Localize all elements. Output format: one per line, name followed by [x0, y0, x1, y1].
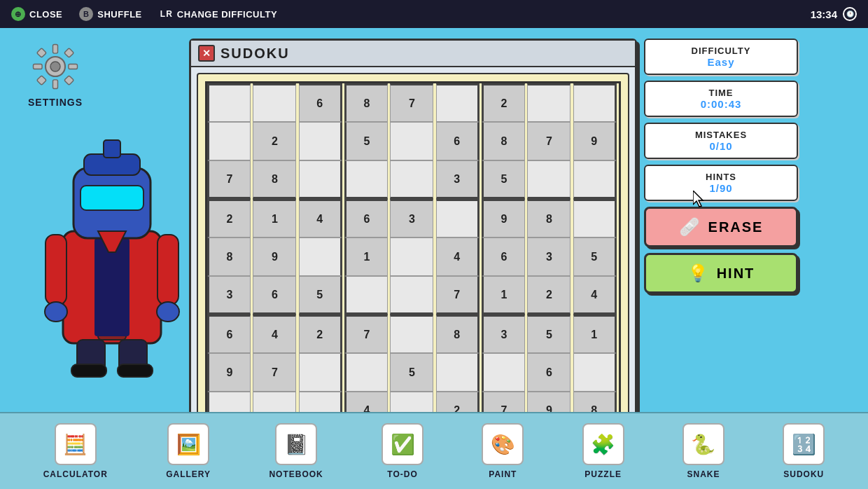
sudoku-cell[interactable]: 3	[207, 276, 251, 315]
sudoku-cell[interactable]	[390, 122, 433, 160]
sudoku-cell[interactable]: 5	[299, 276, 342, 315]
sudoku-cell[interactable]: 3	[527, 237, 570, 276]
sudoku-cell[interactable]: 8	[527, 199, 570, 237]
sudoku-cell[interactable]: 5	[482, 160, 525, 199]
taskbar-item-calculator[interactable]: 🧮CALCULATOR	[43, 423, 108, 479]
sudoku-cell[interactable]: 2	[253, 122, 296, 160]
sudoku-cell[interactable]	[573, 353, 617, 392]
lr-icon: L R	[159, 7, 173, 21]
sudoku-cell[interactable]: 7	[527, 122, 570, 160]
sudoku-cell[interactable]: 4	[299, 199, 342, 237]
sudoku-cell[interactable]: 4	[436, 237, 479, 276]
sudoku-cell[interactable]	[207, 83, 251, 122]
sudoku-cell[interactable]: 1	[573, 315, 617, 353]
sudoku-cell[interactable]	[527, 160, 570, 199]
taskbar-item-todo[interactable]: ✅TO-DO	[382, 423, 424, 479]
sudoku-cell[interactable]	[482, 353, 525, 392]
window-close-button[interactable]: ✕	[198, 45, 215, 62]
sudoku-cell[interactable]: 6	[344, 199, 388, 237]
todo-label: TO-DO	[387, 469, 417, 479]
sudoku-cell[interactable]	[390, 315, 433, 353]
sudoku-cell[interactable]: 9	[482, 199, 525, 237]
sudoku-cell[interactable]	[253, 83, 296, 122]
shuffle-button[interactable]: B SHUFFLE	[79, 7, 141, 21]
sudoku-cell[interactable]	[390, 276, 433, 315]
taskbar-item-snake[interactable]: 🐍SNAKE	[682, 423, 724, 479]
sudoku-cell[interactable]: 1	[482, 276, 525, 315]
sudoku-cell[interactable]	[436, 353, 479, 392]
topbar-time: 13:34	[811, 8, 837, 20]
erase-button[interactable]: 🩹 ERASE	[644, 207, 798, 247]
close-label: CLOSE	[29, 9, 62, 20]
sudoku-cell[interactable]	[344, 276, 388, 315]
sudoku-cell[interactable]: 3	[390, 199, 433, 237]
sudoku-cell[interactable]	[436, 83, 479, 122]
sudoku-cell[interactable]: 1	[253, 199, 296, 237]
sudoku-cell[interactable]	[390, 237, 433, 276]
sudoku-cell[interactable]: 7	[253, 353, 296, 392]
shuffle-label: SHUFFLE	[97, 9, 141, 20]
sudoku-cell[interactable]	[527, 83, 570, 122]
svg-rect-17	[46, 235, 66, 305]
sudoku-cell[interactable]	[299, 122, 342, 160]
b-icon: B	[79, 7, 93, 21]
taskbar-item-puzzle[interactable]: 🧩PUZZLE	[582, 423, 624, 479]
sudoku-cell[interactable]: 8	[344, 83, 388, 122]
sudoku-cell[interactable]: 4	[253, 315, 296, 353]
sudoku-cell[interactable]: 6	[299, 83, 342, 122]
sudoku-cell[interactable]: 5	[527, 315, 570, 353]
sudoku-cell[interactable]: 5	[344, 122, 388, 160]
sudoku-cell[interactable]: 6	[207, 315, 251, 353]
sudoku-cell[interactable]: 9	[253, 237, 296, 276]
taskbar-item-paint[interactable]: 🎨PAINT	[482, 423, 524, 479]
sudoku-cell[interactable]	[436, 199, 479, 237]
taskbar-item-gallery[interactable]: 🖼️GALLERY	[166, 423, 211, 479]
sudoku-cell[interactable]: 7	[207, 160, 251, 199]
sudoku-cell[interactable]: 9	[207, 353, 251, 392]
sudoku-cell[interactable]: 8	[207, 237, 251, 276]
taskbar-item-notebook[interactable]: 📓NOTEBOOK	[269, 423, 323, 479]
sudoku-cell[interactable]: 9	[573, 122, 617, 160]
sudoku-cell[interactable]: 6	[436, 122, 479, 160]
sudoku-cell[interactable]	[573, 83, 617, 122]
sudoku-cell[interactable]: 5	[573, 237, 617, 276]
sudoku-cell[interactable]	[573, 199, 617, 237]
sudoku-cell[interactable]: 7	[436, 276, 479, 315]
sudoku-cell[interactable]: 1	[344, 237, 388, 276]
sudoku-cell[interactable]	[299, 160, 342, 199]
sudoku-cell[interactable]: 2	[207, 199, 251, 237]
close-button[interactable]: ⊕ CLOSE	[11, 7, 62, 21]
sudoku-cell[interactable]: 6	[482, 237, 525, 276]
sudoku-cell[interactable]: 2	[299, 315, 342, 353]
settings-area[interactable]: SETTINGS	[28, 42, 83, 108]
sudoku-cell[interactable]	[207, 122, 251, 160]
sudoku-cell[interactable]: 8	[482, 122, 525, 160]
change-difficulty-button[interactable]: L R CHANGE DIFFICULTY	[159, 7, 277, 21]
sudoku-cell[interactable]: 6	[253, 276, 296, 315]
sudoku-cell[interactable]	[344, 160, 388, 199]
snake-label: SNAKE	[687, 469, 720, 479]
sudoku-cell[interactable]: 2	[527, 276, 570, 315]
sudoku-grid[interactable]: 6872256879783521463988914635365712464278…	[205, 81, 621, 432]
svg-rect-9	[64, 76, 74, 85]
hint-button[interactable]: 💡 HINT	[644, 253, 798, 294]
sudoku-cell[interactable]: 6	[527, 353, 570, 392]
sudoku-cell[interactable]: 2	[482, 83, 525, 122]
sudoku-cell[interactable]	[299, 237, 342, 276]
sudoku-cell[interactable]: 3	[436, 160, 479, 199]
sudoku-cell[interactable]	[390, 160, 433, 199]
sudoku-cell[interactable]	[573, 160, 617, 199]
sudoku-cell[interactable]: 5	[390, 353, 433, 392]
sudoku-cell[interactable]	[299, 353, 342, 392]
sudoku-cell[interactable]: 4	[573, 276, 617, 315]
puzzle-label: PUZZLE	[584, 469, 622, 479]
sudoku-cell[interactable]: 8	[436, 315, 479, 353]
sudoku-cell[interactable]: 7	[390, 83, 433, 122]
sudoku-cell[interactable]	[344, 353, 388, 392]
taskbar-item-sudoku[interactable]: 🔢SUDOKU	[783, 423, 825, 479]
sudoku-cell[interactable]: 3	[482, 315, 525, 353]
puzzle-icon: 🧩	[582, 423, 624, 465]
sudoku-cell[interactable]: 8	[253, 160, 296, 199]
sudoku-cell[interactable]: 7	[344, 315, 388, 353]
erase-label: ERASE	[708, 219, 764, 235]
